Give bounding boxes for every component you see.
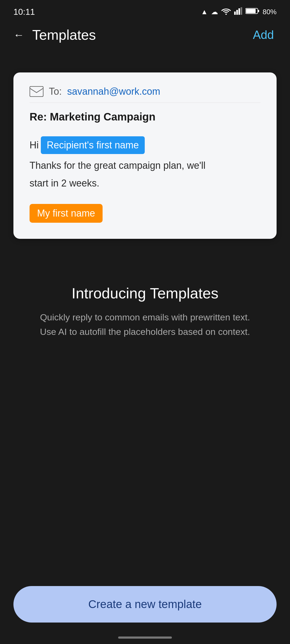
create-button-container: Create a new template [13,586,277,623]
wifi-icon [221,7,231,17]
battery-percent: 80% [263,8,277,16]
status-icons: ▲ ☁ 80% [201,7,277,17]
email-body-line3: start in 2 weeks. [30,176,260,191]
status-bar: 10:11 ▲ ☁ 80% [0,0,290,21]
app-bar: ← Templates Add [0,21,290,48]
svg-rect-7 [258,10,259,12]
svg-rect-4 [241,7,242,15]
bottom-nav-indicator [118,636,172,639]
signal-icon [234,7,242,17]
email-to-row: To: savannah@work.com [30,86,260,103]
email-to-label: To: [49,86,62,97]
create-template-button[interactable]: Create a new template [13,586,277,623]
status-time: 10:11 [13,7,35,17]
svg-rect-2 [236,10,238,15]
svg-rect-6 [246,9,256,13]
my-first-name-chip[interactable]: My first name [30,204,103,223]
back-button[interactable]: ← [11,27,27,43]
notification-icon: ▲ [201,8,208,16]
cloud-icon: ☁ [211,8,218,16]
add-button[interactable]: Add [248,25,279,44]
intro-section: Introducing Templates Quickly reply to c… [0,263,290,350]
svg-rect-3 [238,8,240,15]
svg-point-0 [225,13,227,15]
intro-description: Quickly reply to common emails with prew… [38,310,252,339]
email-body-line2: Thanks for the great campaign plan, we'l… [30,158,260,173]
svg-rect-1 [234,12,236,15]
battery-icon [245,7,259,17]
back-arrow-icon: ← [13,29,24,41]
email-icon [30,86,44,97]
greeting-text: Hi [30,138,39,152]
email-body: Hi Recipient's first name Thanks for the… [30,136,260,223]
email-address: savannah@work.com [67,86,160,97]
page-title: Templates [32,27,248,43]
email-greeting-line: Hi Recipient's first name [30,136,260,154]
svg-rect-8 [30,86,43,97]
email-card-container: To: savannah@work.com Re: Marketing Camp… [0,64,290,247]
email-subject: Re: Marketing Campaign [30,111,260,123]
recipient-chip[interactable]: Recipient's first name [41,136,145,154]
intro-title: Introducing Templates [16,284,274,302]
email-card: To: savannah@work.com Re: Marketing Camp… [13,72,277,239]
